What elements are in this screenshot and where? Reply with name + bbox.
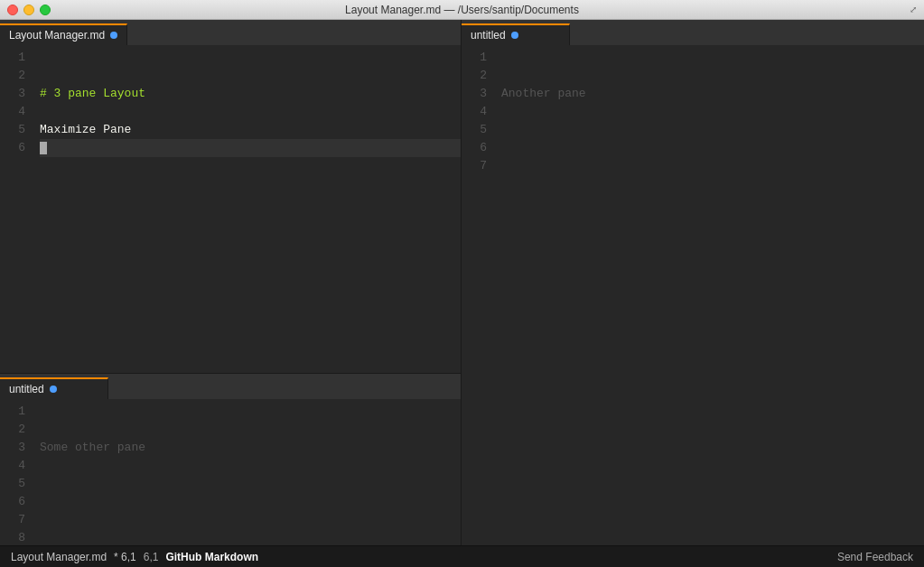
- top-left-editor[interactable]: 1 2 3 4 5 6 # 3 pane Layout Maximize Pan…: [0, 45, 461, 373]
- line-num: 1: [0, 403, 25, 421]
- tab-layout-manager[interactable]: Layout Manager.md: [0, 23, 127, 45]
- code-line: [40, 49, 461, 67]
- left-column: Layout Manager.md 1 2 3 4 5 6: [0, 20, 462, 545]
- line-num: 2: [0, 67, 25, 85]
- tab-modified-dot: [50, 386, 57, 393]
- code-line: [501, 103, 924, 121]
- line-num: 6: [0, 139, 25, 157]
- line-num: 4: [0, 103, 25, 121]
- title-bar: Layout Manager.md — /Users/santip/Docume…: [0, 0, 924, 20]
- code-line: [40, 457, 461, 475]
- tab-untitled-bottom[interactable]: untitled: [0, 377, 108, 399]
- line-num: 1: [0, 49, 25, 67]
- code-line: [501, 67, 924, 85]
- code-line-cursor: [40, 139, 461, 157]
- line-num: 8: [0, 529, 25, 545]
- tab-untitled-right[interactable]: untitled: [462, 23, 570, 45]
- line-num: 7: [0, 511, 25, 529]
- line-num: 2: [0, 421, 25, 439]
- tab-label: untitled: [471, 29, 506, 42]
- status-bar: Layout Manager.md * 6,1 6,1 GitHub Markd…: [0, 545, 924, 567]
- line-numbers-right: 1 2 3 4 5 6 7: [462, 45, 494, 545]
- line-num: 3: [462, 85, 487, 103]
- tab-modified-dot: [511, 32, 518, 39]
- window-controls: [7, 5, 51, 15]
- code-line: [40, 511, 461, 529]
- line-num: 4: [0, 457, 25, 475]
- fullscreen-icon[interactable]: ⤢: [910, 5, 917, 15]
- code-line: [40, 529, 461, 545]
- code-line: [40, 403, 461, 421]
- status-grammar: GitHub Markdown: [165, 551, 258, 563]
- tab-modified-dot: [110, 32, 117, 39]
- line-numbers-top-left: 1 2 3 4 5 6: [0, 45, 33, 373]
- code-content-bottom-left[interactable]: Some other pane: [33, 399, 461, 545]
- line-num: 2: [462, 67, 487, 85]
- line-num: 4: [462, 103, 487, 121]
- code-line: [40, 475, 461, 493]
- code-line: [40, 67, 461, 85]
- maximize-button[interactable]: [40, 5, 51, 15]
- right-editor[interactable]: 1 2 3 4 5 6 7 Another pane: [462, 45, 924, 545]
- close-button[interactable]: [7, 5, 18, 15]
- top-left-pane: Layout Manager.md 1 2 3 4 5 6: [0, 20, 461, 373]
- line-num: 7: [462, 157, 487, 175]
- code-line: [40, 421, 461, 439]
- status-filename: Layout Manager.md: [11, 551, 107, 563]
- status-left: Layout Manager.md * 6,1 6,1 GitHub Markd…: [11, 551, 258, 563]
- code-line-placeholder: Some other pane: [40, 439, 461, 457]
- code-line: [40, 493, 461, 511]
- line-num: 5: [0, 475, 25, 493]
- code-line: [501, 49, 924, 67]
- code-line-heading: # 3 pane Layout: [40, 85, 461, 103]
- tab-label: untitled: [9, 383, 44, 395]
- line-num: 6: [462, 139, 487, 157]
- bottom-left-tab-bar: untitled: [0, 374, 461, 399]
- line-num: 1: [462, 49, 487, 67]
- code-line: [501, 157, 924, 175]
- code-line-placeholder: Another pane: [501, 85, 924, 103]
- panes-container: Layout Manager.md 1 2 3 4 5 6: [0, 20, 924, 545]
- code-line: [40, 103, 461, 121]
- top-left-tab-bar: Layout Manager.md: [0, 20, 461, 45]
- line-num: 6: [0, 493, 25, 511]
- tab-label: Layout Manager.md: [9, 29, 105, 42]
- cursor: [40, 142, 47, 154]
- bottom-left-editor[interactable]: 1 2 3 4 5 6 7 8 Some other pane: [0, 399, 461, 545]
- window-title: Layout Manager.md — /Users/santip/Docume…: [345, 4, 579, 16]
- status-modified: * 6,1: [114, 551, 136, 563]
- code-line: [501, 121, 924, 139]
- status-position: 6,1: [144, 551, 159, 563]
- code-line: [501, 139, 924, 157]
- code-line-text: Maximize Pane: [40, 121, 461, 139]
- editor-area: Layout Manager.md 1 2 3 4 5 6: [0, 20, 924, 545]
- line-num: 3: [0, 439, 25, 457]
- send-feedback-button[interactable]: Send Feedback: [837, 551, 913, 563]
- line-num: 5: [0, 121, 25, 139]
- right-column: untitled 1 2 3 4 5 6 7 Another pane: [462, 20, 924, 545]
- line-numbers-bottom-left: 1 2 3 4 5 6 7 8: [0, 399, 33, 545]
- code-content-top-left[interactable]: # 3 pane Layout Maximize Pane: [33, 45, 461, 373]
- code-content-right[interactable]: Another pane: [494, 45, 924, 545]
- minimize-button[interactable]: [23, 5, 34, 15]
- line-num: 5: [462, 121, 487, 139]
- right-tab-bar: untitled: [462, 20, 924, 45]
- bottom-left-pane: untitled 1 2 3 4 5 6 7 8: [0, 374, 461, 545]
- line-num: 3: [0, 85, 25, 103]
